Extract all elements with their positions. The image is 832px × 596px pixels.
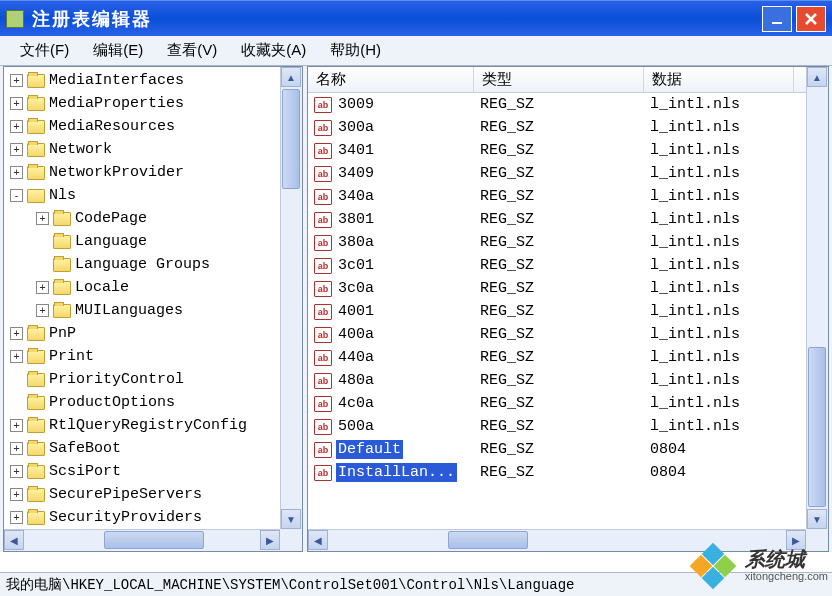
menu-view[interactable]: 查看(V) xyxy=(155,38,229,63)
scroll-up-arrow-icon[interactable]: ▲ xyxy=(807,67,827,87)
expander-icon[interactable]: + xyxy=(10,511,23,524)
expander-icon[interactable]: + xyxy=(10,120,23,133)
scroll-up-arrow-icon[interactable]: ▲ xyxy=(281,67,301,87)
list-vertical-scrollbar[interactable]: ▲ ▼ xyxy=(806,67,828,529)
string-value-icon: ab xyxy=(314,212,332,228)
value-type: REG_SZ xyxy=(474,372,644,389)
list-row[interactable]: abInstallLan...REG_SZ0804 xyxy=(308,461,806,484)
scroll-thumb[interactable] xyxy=(282,89,300,189)
value-name: 500a xyxy=(336,417,376,436)
string-value-icon: ab xyxy=(314,120,332,136)
expander-icon[interactable]: + xyxy=(10,442,23,455)
list-scroll[interactable]: 名称 类型 数据 ab3009REG_SZl_intl.nlsab300aREG… xyxy=(308,67,806,529)
scroll-right-arrow-icon[interactable]: ▶ xyxy=(260,530,280,550)
folder-icon xyxy=(27,327,45,341)
tree-item[interactable]: +CodePage xyxy=(4,207,280,230)
list-row[interactable]: ab3c01REG_SZl_intl.nls xyxy=(308,254,806,277)
value-name: 4c0a xyxy=(336,394,376,413)
expander-icon[interactable]: + xyxy=(10,97,23,110)
watermark-sub: xitongcheng.com xyxy=(745,570,828,582)
column-header-data[interactable]: 数据 xyxy=(644,67,794,92)
list-row[interactable]: ab3409REG_SZl_intl.nls xyxy=(308,162,806,185)
scroll-left-arrow-icon[interactable]: ◀ xyxy=(4,530,24,550)
value-data: 0804 xyxy=(644,464,794,481)
list-row[interactable]: ab380aREG_SZl_intl.nls xyxy=(308,231,806,254)
list-row[interactable]: ab3401REG_SZl_intl.nls xyxy=(308,139,806,162)
tree-item[interactable]: +ScsiPort xyxy=(4,460,280,483)
list-panel: 名称 类型 数据 ab3009REG_SZl_intl.nlsab300aREG… xyxy=(307,66,829,552)
scroll-down-arrow-icon[interactable]: ▼ xyxy=(281,509,301,529)
scroll-left-arrow-icon[interactable]: ◀ xyxy=(308,530,328,550)
folder-icon xyxy=(53,281,71,295)
list-row[interactable]: ab3801REG_SZl_intl.nls xyxy=(308,208,806,231)
value-data: l_intl.nls xyxy=(644,303,794,320)
tree-item[interactable]: ProductOptions xyxy=(4,391,280,414)
value-data: l_intl.nls xyxy=(644,96,794,113)
expander-icon[interactable]: + xyxy=(10,488,23,501)
column-header-name[interactable]: 名称 xyxy=(308,67,474,92)
tree-item[interactable]: +Print xyxy=(4,345,280,368)
value-type: REG_SZ xyxy=(474,395,644,412)
tree-item[interactable]: +PnP xyxy=(4,322,280,345)
scroll-thumb[interactable] xyxy=(104,531,204,549)
tree-item[interactable]: +MediaResources xyxy=(4,115,280,138)
tree-item-label: SafeBoot xyxy=(49,440,121,457)
tree-item[interactable]: Language xyxy=(4,230,280,253)
expander-icon[interactable]: - xyxy=(10,189,23,202)
expander-icon[interactable]: + xyxy=(10,74,23,87)
close-button[interactable] xyxy=(796,6,826,32)
value-name: 340a xyxy=(336,187,376,206)
minimize-button[interactable] xyxy=(762,6,792,32)
menu-file[interactable]: 文件(F) xyxy=(8,38,81,63)
expander-icon[interactable]: + xyxy=(10,350,23,363)
tree-horizontal-scrollbar[interactable]: ◀ ▶ xyxy=(4,529,280,551)
tree-item[interactable]: +SecurePipeServers xyxy=(4,483,280,506)
value-data: l_intl.nls xyxy=(644,280,794,297)
menu-edit[interactable]: 编辑(E) xyxy=(81,38,155,63)
list-row[interactable]: ab300aREG_SZl_intl.nls xyxy=(308,116,806,139)
tree-item[interactable]: +RtlQueryRegistryConfig xyxy=(4,414,280,437)
scroll-thumb[interactable] xyxy=(448,531,528,549)
tree-item[interactable]: +Network xyxy=(4,138,280,161)
list-row[interactable]: ab480aREG_SZl_intl.nls xyxy=(308,369,806,392)
expander-icon[interactable]: + xyxy=(10,419,23,432)
list-row[interactable]: ab500aREG_SZl_intl.nls xyxy=(308,415,806,438)
string-value-icon: ab xyxy=(314,166,332,182)
list-row[interactable]: ab4c0aREG_SZl_intl.nls xyxy=(308,392,806,415)
tree-item[interactable]: +MUILanguages xyxy=(4,299,280,322)
expander-icon[interactable]: + xyxy=(10,143,23,156)
scroll-down-arrow-icon[interactable]: ▼ xyxy=(807,509,827,529)
list-row[interactable]: ab3c0aREG_SZl_intl.nls xyxy=(308,277,806,300)
expander-icon[interactable]: + xyxy=(36,304,49,317)
list-row[interactable]: abDefaultREG_SZ0804 xyxy=(308,438,806,461)
tree-item[interactable]: +NetworkProvider xyxy=(4,161,280,184)
menu-favorites[interactable]: 收藏夹(A) xyxy=(229,38,318,63)
folder-icon xyxy=(27,350,45,364)
expander-icon[interactable]: + xyxy=(10,166,23,179)
tree-vertical-scrollbar[interactable]: ▲ ▼ xyxy=(280,67,302,529)
expander-icon[interactable]: + xyxy=(36,212,49,225)
expander-icon[interactable]: + xyxy=(10,465,23,478)
column-header-type[interactable]: 类型 xyxy=(474,67,644,92)
tree-item[interactable]: +MediaProperties xyxy=(4,92,280,115)
list-row[interactable]: ab4001REG_SZl_intl.nls xyxy=(308,300,806,323)
tree-item[interactable]: +SecurityProviders xyxy=(4,506,280,529)
list-row[interactable]: ab340aREG_SZl_intl.nls xyxy=(308,185,806,208)
expander-icon[interactable]: + xyxy=(10,327,23,340)
tree-item[interactable]: +MediaInterfaces xyxy=(4,69,280,92)
tree-item[interactable]: +SafeBoot xyxy=(4,437,280,460)
app-icon xyxy=(6,10,24,28)
menu-help[interactable]: 帮助(H) xyxy=(318,38,393,63)
tree-scroll[interactable]: +MediaInterfaces+MediaProperties+MediaRe… xyxy=(4,67,280,529)
tree-item[interactable]: -Nls xyxy=(4,184,280,207)
list-row[interactable]: ab400aREG_SZl_intl.nls xyxy=(308,323,806,346)
list-row[interactable]: ab3009REG_SZl_intl.nls xyxy=(308,93,806,116)
tree-item[interactable]: Language Groups xyxy=(4,253,280,276)
tree-item[interactable]: PriorityControl xyxy=(4,368,280,391)
expander-icon[interactable]: + xyxy=(36,281,49,294)
value-type: REG_SZ xyxy=(474,211,644,228)
tree-item[interactable]: +Locale xyxy=(4,276,280,299)
string-value-icon: ab xyxy=(314,97,332,113)
list-row[interactable]: ab440aREG_SZl_intl.nls xyxy=(308,346,806,369)
scroll-thumb[interactable] xyxy=(808,347,826,507)
